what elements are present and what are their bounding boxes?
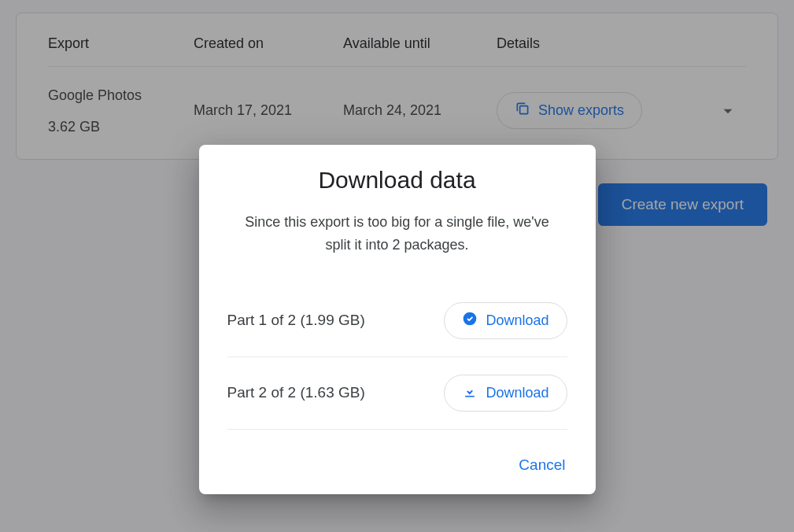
download-icon — [462, 383, 478, 403]
svg-rect-2 — [466, 395, 475, 397]
part-label: Part 2 of 2 (1.63 GB) — [227, 382, 365, 405]
download-data-modal: Download data Since this export is too b… — [199, 145, 596, 494]
download-label: Download — [486, 312, 548, 329]
download-button-part-1[interactable]: Download — [444, 302, 567, 339]
download-button-part-2[interactable]: Download — [444, 375, 567, 412]
modal-title: Download data — [227, 167, 567, 194]
modal-subtitle: Since this export is too big for a singl… — [227, 211, 567, 257]
download-label: Download — [486, 385, 548, 401]
cancel-button[interactable]: Cancel — [517, 452, 567, 478]
download-part-row: Part 2 of 2 (1.63 GB) Download — [227, 357, 567, 430]
checkmark-circle-icon — [462, 311, 478, 331]
download-part-row: Part 1 of 2 (1.99 GB) Download — [227, 285, 567, 357]
part-label: Part 1 of 2 (1.99 GB) — [227, 309, 365, 332]
